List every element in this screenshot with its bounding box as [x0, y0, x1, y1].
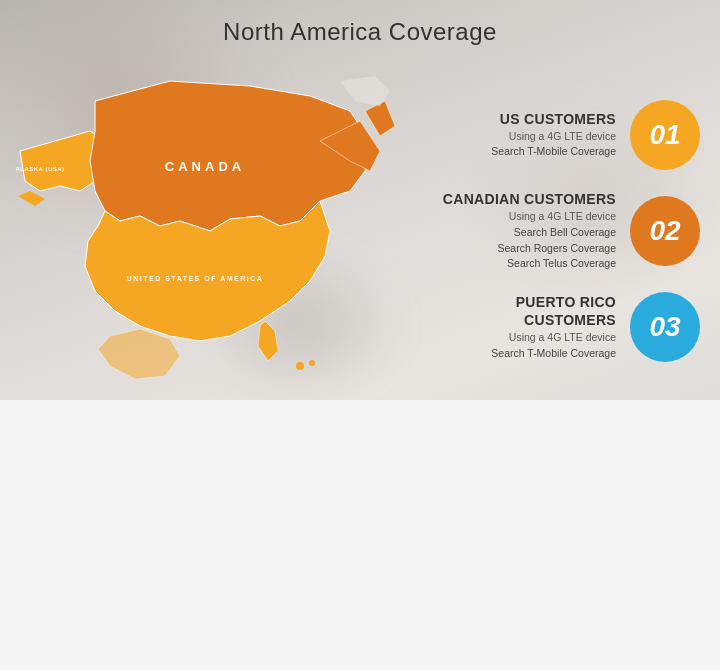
- usa-label: UNITED STATES OF AMERICA: [127, 275, 264, 282]
- page-title: North America Coverage: [0, 0, 720, 56]
- canadian-customers-text: CANADIAN CUSTOMERS Using a 4G LTE device…: [420, 190, 616, 272]
- canadian-customers-item: CANADIAN CUSTOMERS Using a 4G LTE device…: [420, 190, 700, 272]
- info-panel: US CUSTOMERS Using a 4G LTE device Searc…: [420, 56, 720, 396]
- rogers-coverage-link[interactable]: Search Rogers Coverage: [420, 241, 616, 257]
- puertorico-customers-text: PUERTO RICOCUSTOMERS Using a 4G LTE devi…: [420, 293, 616, 362]
- main-container: North America Coverage ALASKA (USA): [0, 0, 720, 400]
- us-customers-item: US CUSTOMERS Using a 4G LTE device Searc…: [420, 100, 700, 170]
- us-tmobile-link[interactable]: Search T-Mobile Coverage: [420, 144, 616, 160]
- us-customers-subtitle: Using a 4G LTE device: [420, 128, 616, 145]
- pr-tmobile-link[interactable]: Search T-Mobile Coverage: [420, 346, 616, 362]
- svg-point-1: [309, 360, 315, 366]
- canada-label: CANADA: [165, 159, 245, 174]
- map-area: ALASKA (USA) CANADA: [0, 56, 420, 396]
- badge-02: 02: [630, 196, 700, 266]
- badge-01: 01: [630, 100, 700, 170]
- svg-point-0: [296, 362, 304, 370]
- badge-03: 03: [630, 292, 700, 362]
- puertorico-customers-subtitle: Using a 4G LTE device: [420, 329, 616, 346]
- canadian-customers-subtitle: Using a 4G LTE device: [420, 208, 616, 225]
- white-area: [0, 400, 720, 670]
- us-customers-text: US CUSTOMERS Using a 4G LTE device Searc…: [420, 110, 616, 161]
- content-area: ALASKA (USA) CANADA: [0, 56, 720, 396]
- puertorico-customers-title: PUERTO RICOCUSTOMERS: [420, 293, 616, 329]
- alaska-label: ALASKA (USA): [15, 166, 64, 172]
- puertorico-customers-item: PUERTO RICOCUSTOMERS Using a 4G LTE devi…: [420, 292, 700, 362]
- us-customers-title: US CUSTOMERS: [420, 110, 616, 128]
- canada-region: CANADA: [90, 81, 395, 231]
- bell-coverage-link[interactable]: Search Bell Coverage: [420, 225, 616, 241]
- canadian-customers-title: CANADIAN CUSTOMERS: [420, 190, 616, 208]
- north-america-map: ALASKA (USA) CANADA: [10, 71, 410, 381]
- telus-coverage-link[interactable]: Search Telus Coverage: [420, 256, 616, 272]
